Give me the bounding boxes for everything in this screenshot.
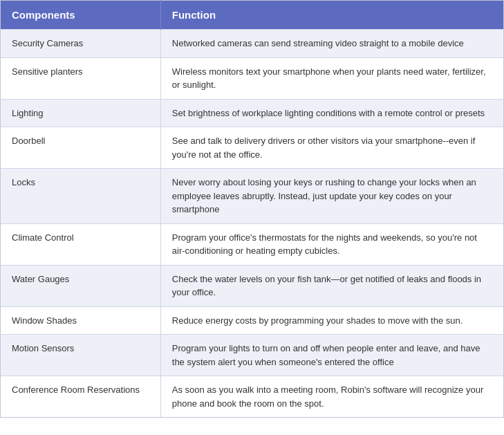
component-cell: Doorbell bbox=[1, 127, 161, 169]
function-cell: As soon as you walk into a meeting room,… bbox=[160, 376, 503, 418]
table-row: Conference Room ReservationsAs soon as y… bbox=[1, 376, 504, 418]
function-cell: Wireless monitors text your smartphone w… bbox=[160, 57, 503, 99]
component-cell: Sensitive planters bbox=[1, 57, 161, 99]
function-cell: Program your office's thermostats for th… bbox=[160, 223, 503, 265]
table-row: Window ShadesReduce energy costs by prog… bbox=[1, 306, 504, 335]
header-function: Function bbox=[160, 1, 503, 30]
function-cell: Reduce energy costs by programming your … bbox=[160, 306, 503, 335]
table-row: Climate ControlProgram your office's the… bbox=[1, 223, 504, 265]
function-cell: Program your lights to turn on and off w… bbox=[160, 335, 503, 376]
component-cell: Conference Room Reservations bbox=[1, 376, 161, 418]
component-cell: Locks bbox=[1, 169, 161, 224]
function-cell: Never worry about losing your keys or ru… bbox=[160, 169, 503, 224]
component-cell: Window Shades bbox=[1, 306, 161, 335]
table-row: DoorbellSee and talk to delivery drivers… bbox=[1, 127, 504, 169]
table-row: LocksNever worry about losing your keys … bbox=[1, 169, 504, 224]
component-cell: Climate Control bbox=[1, 223, 161, 265]
table-row: Sensitive plantersWireless monitors text… bbox=[1, 57, 504, 99]
function-cell: See and talk to delivery drivers or othe… bbox=[160, 127, 503, 169]
component-cell: Security Cameras bbox=[1, 30, 161, 58]
table-row: Water GaugesCheck the water levels on yo… bbox=[1, 265, 504, 306]
components-table: Components Function Security CamerasNetw… bbox=[0, 0, 504, 418]
component-cell: Water Gauges bbox=[1, 265, 161, 306]
header-components: Components bbox=[1, 1, 161, 30]
table-header-row: Components Function bbox=[1, 1, 504, 30]
function-cell: Networked cameras can send streaming vid… bbox=[160, 30, 503, 58]
table-row: Motion SensorsProgram your lights to tur… bbox=[1, 335, 504, 376]
table-row: Security CamerasNetworked cameras can se… bbox=[1, 30, 504, 58]
table-row: LightingSet brightness of workplace ligh… bbox=[1, 99, 504, 127]
component-cell: Motion Sensors bbox=[1, 335, 161, 376]
component-cell: Lighting bbox=[1, 99, 161, 127]
function-cell: Check the water levels on your fish tank… bbox=[160, 265, 503, 306]
function-cell: Set brightness of workplace lighting con… bbox=[160, 99, 503, 127]
